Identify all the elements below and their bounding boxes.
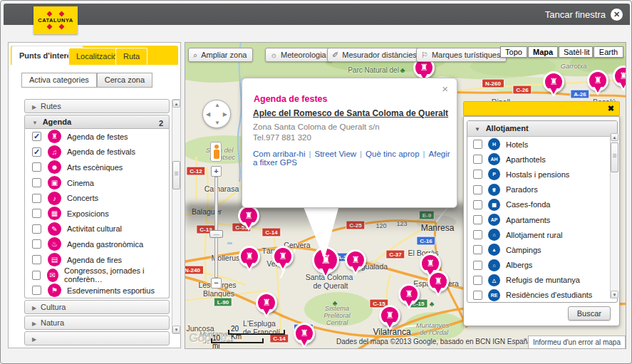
map-marker-pin[interactable]: ♜ bbox=[272, 246, 294, 267]
map-marker-pin[interactable]: ♜ bbox=[587, 70, 608, 91]
category-checkbox[interactable] bbox=[32, 178, 41, 187]
category-row[interactable]: ▣ Cinema bbox=[25, 175, 169, 191]
popup-close-icon[interactable]: × bbox=[442, 83, 448, 95]
lodging-row[interactable]: AP Apartaments bbox=[467, 212, 617, 227]
lodging-row[interactable]: ⌂ Allotjament rural bbox=[467, 227, 617, 242]
lodging-checkbox[interactable] bbox=[473, 291, 482, 300]
sidebar-tab-3[interactable]: Ruta bbox=[115, 48, 147, 65]
category-row[interactable]: ▦ Exposicions bbox=[25, 206, 169, 222]
category-row[interactable]: ✎ Activitat cultural bbox=[25, 222, 169, 237]
zoom-out-button[interactable]: − bbox=[211, 278, 222, 288]
accordion-rutes[interactable]: ▶Rutes bbox=[24, 99, 170, 113]
category-checkbox[interactable] bbox=[32, 271, 41, 280]
scroll-down-icon[interactable]: ▼ bbox=[611, 291, 618, 298]
lodging-checkbox[interactable] bbox=[473, 155, 482, 164]
category-row[interactable]: ▤ Agenda de fires bbox=[25, 252, 169, 268]
zoom-slider-track[interactable] bbox=[214, 177, 218, 278]
map-marker-pin[interactable]: ♜ bbox=[345, 249, 366, 271]
map-marker-pin[interactable]: ♜ bbox=[238, 205, 259, 227]
category-checkbox[interactable] bbox=[32, 239, 41, 249]
accordion-agenda[interactable]: ▼ Agenda 2 bbox=[24, 115, 170, 129]
popup-title-link[interactable]: Aplec del Romesco de Santa Coloma de Que… bbox=[253, 108, 448, 118]
accordion-natura[interactable]: ▶Natura bbox=[24, 316, 170, 330]
map-tool-button[interactable]: ⌕Ampliar zona bbox=[188, 48, 253, 62]
scroll-up-icon[interactable]: ▲ bbox=[172, 100, 180, 108]
category-checkbox[interactable] bbox=[32, 286, 41, 295]
lodging-checkbox[interactable] bbox=[473, 215, 482, 224]
lodging-checkbox[interactable] bbox=[473, 245, 482, 254]
category-checkbox[interactable] bbox=[32, 209, 41, 218]
category-checkbox[interactable] bbox=[32, 147, 41, 157]
map-marker-pin[interactable]: ♜ bbox=[294, 323, 315, 344]
map-tool-button[interactable]: ⚐Marques turístiques bbox=[416, 48, 507, 62]
sidebar-scroll-thumb[interactable] bbox=[172, 161, 180, 189]
pan-left-icon[interactable]: ◀ bbox=[206, 111, 210, 118]
scroll-up-icon[interactable]: ▲ bbox=[611, 133, 618, 141]
pan-down-icon[interactable]: ▼ bbox=[214, 120, 220, 126]
accordion-cultura[interactable]: ▶Cultura bbox=[24, 300, 170, 314]
map-marker-pin[interactable]: ♜ bbox=[379, 305, 400, 326]
lodging-row[interactable]: ▲ Càmpings bbox=[467, 242, 617, 257]
lodging-checkbox[interactable] bbox=[473, 200, 482, 209]
category-checkbox[interactable] bbox=[32, 255, 41, 264]
category-checkbox[interactable] bbox=[32, 132, 41, 141]
category-checkbox[interactable] bbox=[32, 194, 41, 203]
buscar-button[interactable]: Buscar bbox=[568, 306, 611, 321]
pan-up-icon[interactable]: ▲ bbox=[214, 102, 220, 108]
close-icon[interactable]: ✕ bbox=[611, 9, 623, 21]
lodging-row[interactable]: ♕ Paradors bbox=[467, 182, 617, 197]
zoom-in-button[interactable]: + bbox=[211, 166, 222, 177]
lodging-row[interactable]: ⌂ Albergs bbox=[467, 258, 617, 273]
category-checkbox[interactable] bbox=[32, 224, 41, 234]
lodging-checkbox[interactable] bbox=[473, 230, 482, 239]
category-checkbox[interactable] bbox=[32, 162, 41, 172]
panel-close-icon[interactable]: ✖ bbox=[608, 104, 614, 113]
lodging-checkbox[interactable] bbox=[473, 170, 482, 179]
lodging-row[interactable]: ▦ Cases-fonda bbox=[467, 197, 617, 212]
popup-action-link[interactable]: Street View bbox=[315, 150, 357, 158]
category-row[interactable]: ♨ Agenda gastronòmica bbox=[25, 236, 169, 252]
report-error-link[interactable]: Informeu d'un error al mapa bbox=[528, 336, 626, 349]
category-row[interactable]: ⚑ Esdeveniments esportius bbox=[25, 283, 169, 298]
pan-right-icon[interactable]: ▶ bbox=[223, 111, 227, 118]
scroll-down-icon[interactable]: ▼ bbox=[172, 326, 180, 333]
accordion-partial[interactable]: ▶ bbox=[24, 331, 170, 345]
accordion-allotjament[interactable]: ▼ Allotjament bbox=[467, 121, 617, 137]
lodging-checkbox[interactable] bbox=[473, 185, 482, 194]
sidebar-scrollbar[interactable]: ▲ ▼ bbox=[172, 99, 181, 334]
lodging-row[interactable]: △ Refugis de muntanya bbox=[467, 273, 617, 288]
lodging-checkbox[interactable] bbox=[473, 140, 482, 149]
map-pan-control[interactable]: ▲ ▼ ◀ ▶ bbox=[202, 100, 231, 128]
category-row[interactable]: ✉ Congressos, jornades i conferèn… bbox=[25, 267, 169, 283]
map-tool-button[interactable]: ✐Mesurador distàncies bbox=[327, 48, 423, 62]
map-tool-button[interactable]: ☼Meteorologia bbox=[265, 48, 333, 62]
map-marker-pin[interactable]: ♜ bbox=[256, 292, 277, 313]
lodging-row[interactable]: H Hotels bbox=[467, 137, 617, 152]
map-view-mode-button[interactable]: Earth bbox=[594, 46, 623, 58]
map-marker-pin[interactable]: ♜ bbox=[428, 271, 449, 292]
lodging-checkbox[interactable] bbox=[473, 276, 482, 285]
category-row[interactable]: ♫ Agenda de festivals bbox=[25, 145, 169, 160]
map-marker-pin[interactable]: ♜ bbox=[398, 284, 420, 305]
popup-action-link[interactable]: Com arribar-hi bbox=[253, 150, 306, 158]
popup-action-link[interactable]: Què tinc aprop bbox=[366, 150, 419, 158]
category-row[interactable]: ☻ Arts escèniques bbox=[25, 160, 169, 175]
map-view-mode-button[interactable]: Mapa bbox=[528, 46, 558, 58]
street-view-pegman[interactable] bbox=[210, 142, 222, 162]
sidebar-mode-button[interactable]: Activa categories bbox=[21, 73, 97, 88]
category-row[interactable]: ♪ Concerts bbox=[25, 190, 169, 206]
lodging-checkbox[interactable] bbox=[473, 261, 482, 270]
panel-scroll-thumb[interactable] bbox=[611, 142, 618, 172]
lodging-row[interactable]: AH Aparthotels bbox=[467, 152, 617, 167]
category-row[interactable]: ♜ Agenda de festes bbox=[25, 129, 169, 145]
map-marker-pin[interactable]: ♜ bbox=[543, 71, 564, 93]
map-view-mode-button[interactable]: Topo bbox=[500, 46, 527, 58]
map-canvas[interactable]: Parc Natural delGarrotxaRipollBesalúSerr… bbox=[185, 42, 626, 349]
close-window-button[interactable]: Tancar finestra ✕ bbox=[545, 9, 623, 21]
map-marker-pin[interactable]: ♜ bbox=[239, 246, 260, 267]
zoom-slider-handle[interactable]: — bbox=[209, 230, 223, 238]
panel-scrollbar[interactable]: ▲ ▼ bbox=[610, 133, 618, 298]
lodging-row[interactable]: RE Residències d'estudiants bbox=[467, 288, 617, 303]
map-view-mode-button[interactable]: Satèl·lit bbox=[559, 46, 593, 58]
sidebar-mode-button[interactable]: Cerca zona bbox=[97, 73, 152, 88]
